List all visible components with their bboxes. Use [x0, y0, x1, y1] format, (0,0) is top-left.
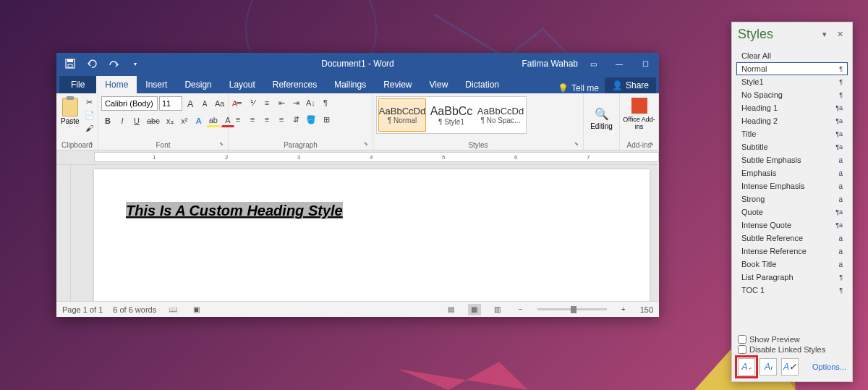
superscript-button[interactable]: x² — [178, 114, 191, 127]
style-item-quote[interactable]: Quote¶a — [736, 205, 848, 219]
office-addins-label[interactable]: Office Add-ins — [623, 116, 655, 131]
style-normal[interactable]: AaBbCcDd ¶ Normal — [378, 98, 426, 132]
style-item-subtle-emphasis[interactable]: Subtle Emphasisa — [736, 153, 848, 166]
tell-me[interactable]: 💡Tell me — [558, 83, 599, 93]
page[interactable]: This Is A Custom Heading Style — [94, 169, 650, 301]
pane-close-icon[interactable]: ✕ — [834, 28, 846, 41]
align-center-button[interactable]: ≡ — [246, 113, 259, 126]
tab-insert[interactable]: Insert — [137, 76, 176, 93]
zoom-out-icon[interactable]: − — [514, 304, 527, 315]
indent-button[interactable]: ⇥ — [289, 96, 302, 109]
ribbon-display-icon[interactable]: ▭ — [582, 55, 604, 72]
style-item-book-title[interactable]: Book Titlea — [736, 258, 848, 271]
italic-button[interactable]: I — [116, 114, 129, 127]
style-item-subtitle[interactable]: Subtitle¶a — [736, 140, 848, 153]
pane-dropdown-icon[interactable]: ▾ — [820, 28, 830, 41]
web-layout-icon[interactable]: ▥ — [491, 304, 504, 315]
disable-linked-checkbox[interactable]: Disable Linked Styles — [738, 345, 846, 354]
save-icon[interactable] — [61, 55, 80, 72]
document-heading[interactable]: This Is A Custom Heading Style — [126, 202, 343, 219]
show-preview-checkbox[interactable]: Show Preview — [738, 335, 846, 344]
tab-references[interactable]: References — [264, 76, 326, 93]
underline-button[interactable]: U — [130, 114, 143, 127]
cut-icon[interactable]: ✂ — [84, 96, 95, 108]
show-marks-button[interactable]: ¶ — [319, 96, 332, 109]
tab-mailings[interactable]: Mailings — [326, 76, 375, 93]
tab-file[interactable]: File — [59, 76, 96, 93]
redo-icon[interactable] — [104, 55, 123, 72]
grow-font-button[interactable]: A — [184, 97, 197, 110]
print-layout-icon[interactable]: ▦ — [468, 304, 481, 315]
vertical-ruler[interactable] — [56, 165, 71, 301]
tab-design[interactable]: Design — [176, 76, 220, 93]
tab-review[interactable]: Review — [375, 76, 420, 93]
subscript-button[interactable]: x₂ — [163, 114, 176, 127]
style-inspector-button[interactable]: Aᵢ — [760, 358, 777, 376]
bold-button[interactable]: B — [101, 114, 114, 127]
manage-styles-button[interactable]: A✓ — [781, 358, 799, 376]
macro-icon[interactable]: ▣ — [190, 304, 203, 315]
style-item-normal[interactable]: Normal¶ — [736, 62, 848, 75]
line-spacing-button[interactable]: ⇵ — [289, 113, 302, 126]
tab-home[interactable]: Home — [96, 76, 137, 93]
highlight-button[interactable]: ab — [207, 114, 220, 127]
text-effects-button[interactable]: A — [192, 114, 205, 127]
ruler[interactable]: 1 2 3 4 5 6 7 — [56, 151, 659, 165]
style-item-clear-all[interactable]: Clear All — [736, 49, 848, 62]
maximize-icon[interactable]: ☐ — [634, 55, 656, 72]
tab-layout[interactable]: Layout — [221, 76, 264, 93]
borders-button[interactable]: ⊞ — [320, 113, 333, 126]
font-size-input[interactable] — [159, 96, 182, 111]
numbering-button[interactable]: ⅟ — [246, 96, 259, 109]
tab-view[interactable]: View — [421, 76, 457, 93]
style-item-emphasis[interactable]: Emphasisa — [736, 166, 848, 179]
style-item-title[interactable]: Title¶a — [736, 127, 848, 140]
tab-dictation[interactable]: Dictation — [456, 76, 508, 93]
style-style1[interactable]: AaBbCc ¶ Style1 — [427, 98, 475, 132]
qat-dropdown-icon[interactable]: ▾ — [126, 55, 145, 72]
undo-icon[interactable] — [82, 55, 101, 72]
style-gallery[interactable]: AaBbCcDd ¶ Normal AaBbCc ¶ Style1 AaBbCc… — [376, 96, 527, 134]
read-mode-icon[interactable]: ▤ — [445, 304, 458, 315]
shrink-font-button[interactable]: A — [198, 97, 211, 110]
align-right-button[interactable]: ≡ — [260, 113, 273, 126]
align-left-button[interactable]: ≡ — [231, 113, 244, 126]
style-item-no-spacing[interactable]: No Spacing¶ — [736, 88, 848, 101]
minimize-icon[interactable]: — — [608, 55, 630, 72]
editing-label[interactable]: Editing — [590, 122, 613, 130]
format-painter-icon[interactable]: 🖌 — [84, 122, 95, 134]
style-item-list-paragraph[interactable]: List Paragraph¶ — [736, 271, 848, 284]
options-link[interactable]: Options... — [812, 363, 846, 371]
new-style-button[interactable]: A₊ — [738, 358, 755, 376]
paste-button[interactable]: Paste — [59, 96, 81, 127]
strike-button[interactable]: abc — [145, 114, 162, 127]
style-item-strong[interactable]: Stronga — [736, 192, 848, 205]
zoom-in-icon[interactable]: + — [617, 304, 630, 315]
office-addins-icon[interactable] — [631, 98, 647, 114]
zoom-value[interactable]: 150 — [640, 305, 653, 314]
style-item-style1[interactable]: Style1¶ — [736, 75, 848, 88]
spellcheck-icon[interactable]: 📖 — [166, 304, 179, 315]
style-item-intense-emphasis[interactable]: Intense Emphasisa — [736, 179, 848, 192]
copy-icon[interactable]: 📄 — [84, 109, 95, 121]
font-name-input[interactable] — [101, 96, 158, 111]
page-count[interactable]: Page 1 of 1 — [62, 305, 103, 314]
find-icon[interactable]: 🔍 — [595, 107, 609, 121]
style-item-intense-quote[interactable]: Intense Quote¶a — [736, 219, 848, 232]
style-item-toc-1[interactable]: TOC 1¶ — [736, 284, 848, 297]
outdent-button[interactable]: ⇤ — [275, 96, 288, 109]
sort-button[interactable]: A↓ — [304, 96, 318, 109]
zoom-slider[interactable] — [537, 308, 607, 310]
change-case-button[interactable]: Aa — [213, 97, 226, 110]
justify-button[interactable]: ≡ — [275, 113, 288, 126]
style-item-intense-reference[interactable]: Intense Referencea — [736, 245, 848, 258]
word-count[interactable]: 6 of 6 words — [113, 305, 156, 314]
multilevel-button[interactable]: ≡ — [260, 96, 273, 109]
style-nospacing[interactable]: AaBbCcDd ¶ No Spac... — [477, 98, 524, 132]
share-button[interactable]: 👤Share — [605, 77, 656, 93]
style-item-subtle-reference[interactable]: Subtle Referencea — [736, 232, 848, 245]
style-item-heading-2[interactable]: Heading 2¶a — [736, 114, 848, 127]
shading-button[interactable]: 🪣 — [304, 113, 318, 126]
style-item-heading-1[interactable]: Heading 1¶a — [736, 101, 848, 114]
bullets-button[interactable]: ≔ — [231, 96, 244, 109]
